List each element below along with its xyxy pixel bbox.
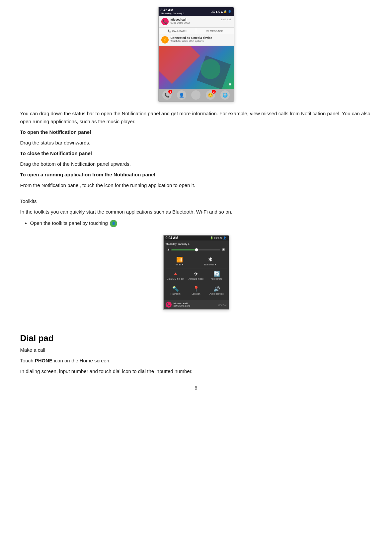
body-close-text: Drag the bottom of the Notification pane… [20, 160, 372, 168]
body-open-heading: To open the Notification panel [20, 128, 372, 136]
missed-call-actions: 📞 CALL BACK ✉ MESSAGE [159, 28, 234, 34]
toolkits-mc-number: 0755 3688 2022 [174, 305, 216, 307]
dock-browser: 🌐 [220, 90, 230, 100]
toolkits-heading: Toolkits [20, 197, 372, 205]
body-open-text: Drag the status bar downwards. [20, 139, 372, 147]
body-running-text: From the Notification panel, touch the i… [20, 181, 372, 189]
brightness-row: ☀ ☀ [166, 247, 227, 252]
phone-screen-toolkits: 9:04 AM 🔋 99% ⚙ 👤 Thursday, January 1 ☀ [163, 235, 229, 310]
body-close-heading-text: To close the Notification panel [20, 150, 92, 156]
toolkit-divider1 [166, 268, 227, 268]
brightness-max-icon: ☀ [222, 247, 225, 252]
toolkits-panel: Thursday, January 1 ☀ ☀ 📶 Wi-Fi ▼ [164, 240, 229, 300]
message-btn[interactable]: ✉ MESSAGE [196, 28, 234, 34]
toolkit-airplane[interactable]: ✈ Airplane mode [186, 269, 206, 282]
page-content: 8:42 AM Thursday, January 1 3G▲G▲🔒 👤 📞 M… [20, 7, 372, 391]
wallpaper-shape-3 [200, 59, 220, 79]
location-icon: 📍 [193, 286, 199, 292]
toolkits-touch-icon: 👤 [110, 220, 117, 227]
body-paragraph1: You can drag down the status bar to open… [20, 110, 372, 126]
brightness-icon: ☀ [167, 248, 170, 252]
toolkits-status-icons: 🔋 99% ⚙ 👤 [210, 236, 227, 239]
toolkit-flashlight[interactable]: 🔦 Flashlight [166, 284, 186, 297]
audio-icon: 🔊 [213, 286, 220, 292]
usb-subtitle: Touch for other USB options. [171, 40, 231, 43]
phone-wallpaper: ≡ [159, 46, 234, 89]
wifi-icon: 📶 [176, 256, 183, 263]
toolkit-audio[interactable]: 🔊 Audio profiles [207, 284, 227, 297]
wallpaper-shape-1 [159, 46, 200, 84]
toolkit-row3: 🔦 Flashlight 📍 Location 🔊 Audio profiles [166, 284, 227, 297]
toolkits-mc-icon: 📞 [166, 302, 172, 308]
top-status-time: 8:42 AM [161, 8, 185, 12]
dial-pad-subheading: Make a call [20, 346, 372, 354]
message-icon: ✉ [206, 30, 209, 33]
body-open-heading-text: To open the Notification panel [20, 129, 91, 135]
bluetooth-icon: ✱ [208, 256, 212, 263]
body-running-heading-text: To open a running application from the N… [20, 172, 155, 177]
page-number: 8 [20, 385, 372, 391]
phone-menu-btn: ≡ [229, 82, 231, 87]
top-status-bar: 8:42 AM Thursday, January 1 3G▲G▲🔒 👤 [159, 7, 234, 16]
dial-pad-phone-bold: PHONE [35, 358, 52, 363]
toolkits-mc-time: 8:42 AM [218, 304, 227, 306]
toolkit-autorotate[interactable]: 🔄 Auto-rotate [207, 269, 227, 282]
toolkits-mc-title: Missed call [174, 302, 216, 305]
dial-pad-line2: In dialing screen, input number and touc… [20, 367, 372, 375]
toolkits-time: 9:04 AM [166, 236, 178, 240]
dock-phone: 📞 1 [162, 90, 172, 100]
dock-messages: 😊 2 [206, 90, 215, 100]
data-sim-icon: 🔺 [172, 271, 179, 277]
toolkit-row2: 🔺 Data SIM not set ✈ Airplane mode 🔄 Aut… [166, 269, 227, 282]
top-status-icons: 3G▲G▲🔒 👤 [211, 10, 231, 13]
toolkits-date: Thursday, January 1 [166, 242, 227, 245]
missed-call-time: 8:42 AM [221, 18, 231, 21]
airplane-icon: ✈ [194, 271, 198, 277]
missed-call-number: 0755 3688 2022 [171, 21, 231, 24]
dial-pad-line1-post: icon on the Home screen. [52, 358, 111, 363]
toolkits-mc-content: Missed call 0755 3688 2022 [174, 302, 216, 307]
usb-notif-content: Connected as a media device Touch for ot… [171, 36, 231, 43]
dial-pad-heading: Dial pad [20, 333, 372, 343]
toolkit-wifi[interactable]: 📶 Wi-Fi ▼ [175, 255, 184, 267]
toolkit-row1: 📶 Wi-Fi ▼ ✱ Bluetooth ▼ [166, 255, 227, 267]
autorotate-icon: 🔄 [213, 271, 220, 277]
body-close-heading: To close the Notification panel [20, 149, 372, 157]
phone-screen-top: 8:42 AM Thursday, January 1 3G▲G▲🔒 👤 📞 M… [158, 7, 234, 102]
usb-notif-icon: ⚡ [161, 36, 169, 44]
brightness-handle[interactable] [195, 248, 198, 251]
brightness-bar [171, 249, 220, 250]
notification-missed-call: 📞 Missed call 8:42 AM 0755 3688 2022 [159, 16, 234, 28]
toolkits-bullet-item: Open the toolkits panel by touching 👤 [30, 219, 372, 228]
top-screenshot-container: 8:42 AM Thursday, January 1 3G▲G▲🔒 👤 📞 M… [20, 7, 372, 102]
toolkits-status-bar: 9:04 AM 🔋 99% ⚙ 👤 [164, 235, 229, 240]
usb-title: Connected as a media device [171, 36, 231, 40]
toolkit-location[interactable]: 📍 Location [186, 284, 206, 297]
toolkit-bluetooth[interactable]: ✱ Bluetooth ▼ [203, 255, 217, 267]
toolkits-screenshot-container: 9:04 AM 🔋 99% ⚙ 👤 Thursday, January 1 ☀ [20, 235, 372, 310]
dock-messages-badge: 2 [212, 90, 216, 94]
dial-pad-line1-pre: Touch [20, 358, 35, 363]
call-icon: 📞 [168, 30, 171, 33]
toolkits-bullet-list: Open the toolkits panel by touching 👤 [30, 219, 372, 228]
phone-dock: 📞 1 👤 ⋮⋮⋮ 😊 2 🌐 [159, 89, 234, 101]
dock-phone-badge: 1 [168, 90, 172, 94]
toolkit-data-sim[interactable]: 🔺 Data SIM not set [166, 269, 186, 282]
dock-contacts: 👤 [177, 90, 186, 100]
brightness-fill [171, 249, 196, 250]
notification-usb: ⚡ Connected as a media device Touch for … [159, 34, 234, 46]
dock-apps: ⋮⋮⋮ [191, 90, 200, 100]
flashlight-icon: 🔦 [172, 286, 179, 292]
body-running-heading: To open a running application from the N… [20, 171, 372, 179]
dial-pad-line1: Touch PHONE icon on the Home screen. [20, 357, 372, 365]
toolkits-bullet-text: Open the toolkits panel by touching [30, 220, 108, 226]
toolkit-divider2 [166, 283, 227, 283]
call-back-btn[interactable]: 📞 CALL BACK [159, 28, 196, 34]
top-status-date: Thursday, January 1 [161, 12, 185, 15]
toolkits-missed-call: 📞 Missed call 0755 3688 2022 8:42 AM [164, 300, 229, 309]
missed-call-notif-icon: 📞 [161, 18, 169, 25]
missed-call-notif-content: Missed call 8:42 AM 0755 3688 2022 [171, 18, 231, 24]
missed-call-title: Missed call [171, 18, 187, 21]
toolkits-paragraph: In the toolkits you can quickly start th… [20, 208, 372, 216]
